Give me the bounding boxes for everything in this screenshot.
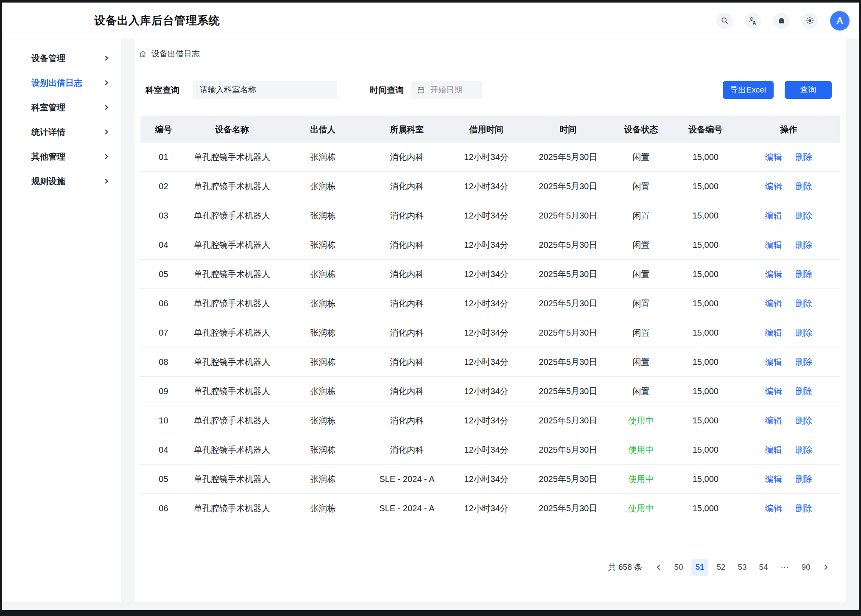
page-button[interactable]: 54 — [755, 559, 772, 576]
dept-search-input[interactable] — [193, 81, 337, 99]
cell-device: 单孔腔镜手术机器人 — [187, 230, 277, 260]
next-page-button[interactable] — [819, 560, 833, 575]
sidebar-item[interactable]: 设别出借日志 — [2, 73, 109, 92]
edit-link[interactable]: 编辑 — [765, 152, 782, 162]
delete-link[interactable]: 删除 — [795, 357, 812, 367]
cell-borrower: 张润栋 — [277, 289, 368, 318]
cell-no: 04 — [140, 230, 187, 260]
main-area: 设备出借日志 科室查询 时间查询 开始日期 导出Excel 查询 — [134, 39, 846, 610]
chevron-right-icon — [103, 80, 109, 86]
page-button[interactable]: 53 — [734, 559, 751, 576]
cell-no: 07 — [140, 318, 187, 347]
page-button[interactable]: 52 — [713, 559, 730, 576]
delete-link[interactable]: 删除 — [795, 152, 812, 162]
cell-actions: 编辑 删除 — [738, 289, 840, 318]
app-title: 设备出入库后台管理系统 — [94, 13, 220, 28]
cell-duration: 12小时34分 — [445, 230, 527, 260]
edit-link[interactable]: 编辑 — [765, 240, 782, 249]
edit-link[interactable]: 编辑 — [765, 445, 782, 454]
table-row: 01 单孔腔镜手术机器人 张润栋 消化内科 12小时34分 2025年5月30日… — [140, 143, 840, 172]
sidebar-item[interactable]: 统计详情 — [2, 123, 109, 141]
cell-date: 2025年5月30日 — [527, 318, 609, 347]
prev-page-button[interactable] — [651, 560, 666, 575]
table-row: 02 单孔腔镜手术机器人 张润栋 消化内科 12小时34分 2025年5月30日… — [140, 172, 840, 201]
theme-button[interactable] — [802, 13, 818, 29]
cell-status: 使用中 — [609, 494, 674, 523]
edit-link[interactable]: 编辑 — [765, 269, 782, 279]
edit-link[interactable]: 编辑 — [765, 416, 782, 425]
cell-no: 03 — [140, 201, 187, 230]
cell-date: 2025年5月30日 — [527, 230, 609, 260]
delete-link[interactable]: 删除 — [795, 240, 812, 249]
page-button[interactable]: 50 — [670, 559, 687, 576]
avatar[interactable]: A — [830, 11, 850, 31]
delete-link[interactable]: 删除 — [795, 182, 812, 191]
notifications-button[interactable] — [773, 13, 789, 29]
cell-borrower: 张润栋 — [277, 347, 368, 377]
edit-link[interactable]: 编辑 — [765, 299, 782, 308]
breadcrumb-label: 设备出借日志 — [151, 48, 200, 59]
edit-link[interactable]: 编辑 — [765, 474, 782, 484]
column-header: 所属科室 — [369, 116, 445, 143]
column-header: 时间 — [527, 116, 609, 143]
cell-no: 10 — [140, 406, 187, 435]
edit-link[interactable]: 编辑 — [765, 182, 782, 191]
calendar-icon — [417, 86, 425, 94]
delete-link[interactable]: 删除 — [795, 474, 812, 484]
column-header: 设备名称 — [187, 116, 277, 143]
cell-actions: 编辑 删除 — [738, 494, 840, 523]
edit-link[interactable]: 编辑 — [765, 211, 782, 220]
search-button[interactable] — [716, 13, 732, 29]
cell-duration: 12小时34分 — [445, 260, 527, 289]
page-button[interactable]: 51 — [691, 559, 708, 576]
edit-link[interactable]: 编辑 — [765, 504, 782, 513]
start-date-picker[interactable]: 开始日期 — [411, 81, 482, 99]
cell-status: 闲置 — [609, 260, 674, 289]
page-button[interactable]: 90 — [797, 559, 814, 576]
cell-device: 单孔腔镜手术机器人 — [187, 260, 277, 289]
edit-link[interactable]: 编辑 — [765, 386, 782, 396]
delete-link[interactable]: 删除 — [795, 211, 812, 220]
delete-link[interactable]: 删除 — [795, 328, 812, 337]
sidebar-item[interactable]: 设备管理 — [2, 49, 109, 67]
table-row: 03 单孔腔镜手术机器人 张润栋 消化内科 12小时34分 2025年5月30日… — [140, 201, 840, 230]
pagination-total: 共 658 条 — [608, 562, 642, 573]
cell-dept: 消化内科 — [369, 377, 445, 406]
content-card: 设备出借日志 科室查询 时间查询 开始日期 导出Excel 查询 — [134, 39, 846, 602]
sidebar-item[interactable]: 其他管理 — [2, 147, 109, 166]
edit-link[interactable]: 编辑 — [765, 328, 782, 337]
page-button[interactable]: ··· — [776, 559, 793, 576]
translate-button[interactable]: 文A — [745, 13, 761, 29]
edit-link[interactable]: 编辑 — [765, 357, 782, 367]
cell-status: 使用中 — [609, 406, 674, 435]
delete-link[interactable]: 删除 — [795, 269, 812, 279]
export-excel-button[interactable]: 导出Excel — [723, 81, 774, 99]
sidebar-item[interactable]: 科室管理 — [2, 98, 109, 117]
delete-link[interactable]: 删除 — [795, 386, 812, 396]
cell-no: 06 — [140, 289, 187, 318]
column-header: 出借人 — [277, 116, 368, 143]
delete-link[interactable]: 删除 — [795, 416, 812, 425]
delete-link[interactable]: 删除 — [795, 504, 812, 513]
delete-link[interactable]: 删除 — [795, 299, 812, 308]
query-button[interactable]: 查询 — [785, 81, 832, 99]
sidebar-item[interactable]: 规则设施 — [2, 172, 109, 190]
cell-date: 2025年5月30日 — [527, 377, 609, 406]
cell-duration: 12小时34分 — [445, 377, 527, 406]
chevron-right-icon — [103, 104, 109, 110]
cell-duration: 12小时34分 — [445, 347, 527, 377]
cell-actions: 编辑 删除 — [738, 406, 840, 435]
cell-code: 15,000 — [673, 347, 738, 377]
table-header-row: 编号设备名称出借人所属科室借用时间时间设备状态设备编号操作 — [140, 116, 840, 143]
cell-code: 15,000 — [673, 435, 738, 465]
cell-actions: 编辑 删除 — [738, 465, 840, 494]
cell-date: 2025年5月30日 — [527, 494, 609, 523]
cell-actions: 编辑 删除 — [738, 143, 840, 172]
breadcrumb[interactable]: 设备出借日志 — [134, 39, 200, 59]
cell-duration: 12小时34分 — [445, 143, 527, 172]
cell-status: 闲置 — [609, 377, 674, 406]
cell-dept: SLE - 2024 - A — [369, 494, 445, 523]
cell-actions: 编辑 删除 — [738, 377, 840, 406]
delete-link[interactable]: 删除 — [795, 445, 812, 454]
cell-dept: 消化内科 — [369, 172, 445, 201]
